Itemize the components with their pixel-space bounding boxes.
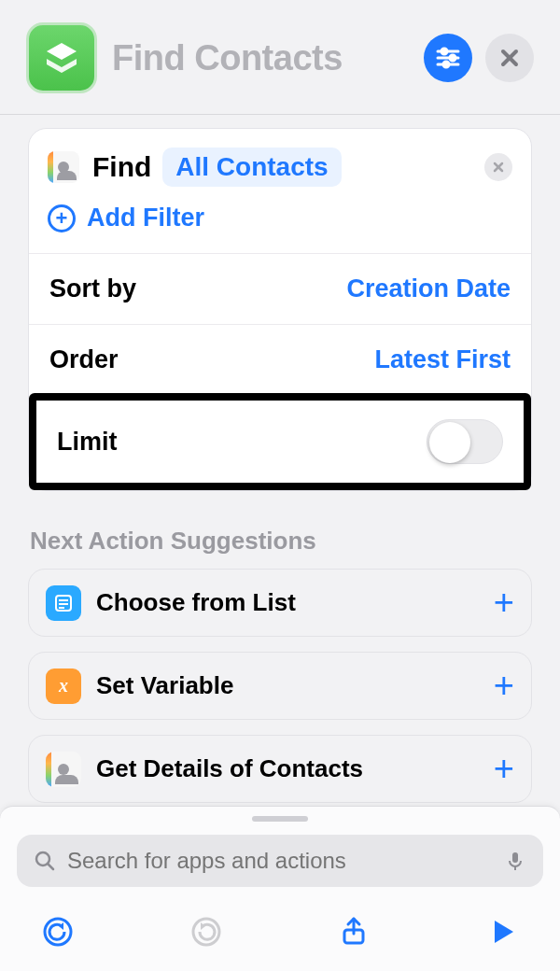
action-header: Find All Contacts	[29, 129, 531, 198]
svg-rect-16	[512, 852, 518, 863]
bottom-sheet	[0, 806, 560, 971]
svg-line-15	[48, 864, 53, 869]
search-icon	[34, 850, 56, 872]
search-input[interactable]	[67, 848, 493, 874]
add-filter-label: Add Filter	[87, 204, 204, 232]
target-contacts-pill[interactable]: All Contacts	[162, 148, 341, 187]
app-icon	[26, 22, 97, 93]
close-button[interactable]	[485, 34, 534, 82]
add-suggestion-button[interactable]: +	[494, 666, 514, 706]
plus-circle-icon: +	[48, 204, 76, 232]
suggestion-label: Choose from List	[96, 588, 494, 617]
next-action-suggestions-title: Next Action Suggestions	[30, 527, 530, 556]
suggestion-choose-from-list[interactable]: Choose from List +	[28, 569, 532, 637]
suggestion-get-details-of-contacts[interactable]: Get Details of Contacts +	[28, 735, 532, 803]
undo-button[interactable]	[37, 911, 78, 952]
contacts-icon	[46, 752, 81, 787]
page-title: Find Contacts	[112, 38, 411, 78]
share-button[interactable]	[333, 911, 374, 952]
svg-point-3	[450, 55, 455, 61]
settings-button[interactable]	[424, 34, 472, 82]
suggestion-label: Get Details of Contacts	[96, 754, 494, 783]
order-label: Order	[49, 345, 119, 374]
microphone-icon[interactable]	[504, 850, 526, 872]
search-field[interactable]	[17, 835, 543, 887]
svg-point-1	[441, 49, 447, 54]
suggestion-label: Set Variable	[96, 671, 494, 700]
redo-icon	[189, 915, 223, 949]
redo-button	[186, 911, 227, 952]
order-value: Latest First	[374, 345, 511, 374]
svg-point-5	[443, 62, 449, 67]
close-icon	[492, 161, 505, 174]
drag-handle[interactable]	[252, 816, 308, 822]
sort-by-value: Creation Date	[346, 274, 511, 303]
list-icon	[46, 585, 81, 621]
sliders-icon	[434, 44, 462, 72]
close-icon	[496, 44, 524, 72]
limit-label: Limit	[57, 428, 118, 457]
add-suggestion-button[interactable]: +	[494, 583, 514, 623]
contacts-icon	[48, 151, 79, 183]
sort-by-label: Sort by	[49, 274, 136, 303]
add-filter-button[interactable]: + Add Filter	[29, 198, 531, 253]
run-button[interactable]	[482, 911, 523, 952]
find-label: Find	[92, 151, 151, 183]
undo-icon	[41, 915, 75, 949]
play-icon	[485, 915, 519, 949]
header: Find Contacts	[0, 0, 560, 115]
toggle-knob	[429, 422, 470, 463]
limit-toggle[interactable]	[427, 419, 503, 464]
limit-row: Limit	[36, 401, 524, 483]
order-row[interactable]: Order Latest First	[29, 324, 531, 395]
variable-icon: x	[46, 668, 81, 704]
toolbar	[17, 887, 543, 971]
share-icon	[337, 915, 371, 949]
suggestion-set-variable[interactable]: x Set Variable +	[28, 652, 532, 720]
find-contacts-action-card: Find All Contacts + Add Filter Sort by C…	[28, 128, 532, 491]
add-suggestion-button[interactable]: +	[494, 749, 514, 789]
remove-action-button[interactable]	[484, 153, 512, 181]
sort-by-row[interactable]: Sort by Creation Date	[29, 253, 531, 324]
